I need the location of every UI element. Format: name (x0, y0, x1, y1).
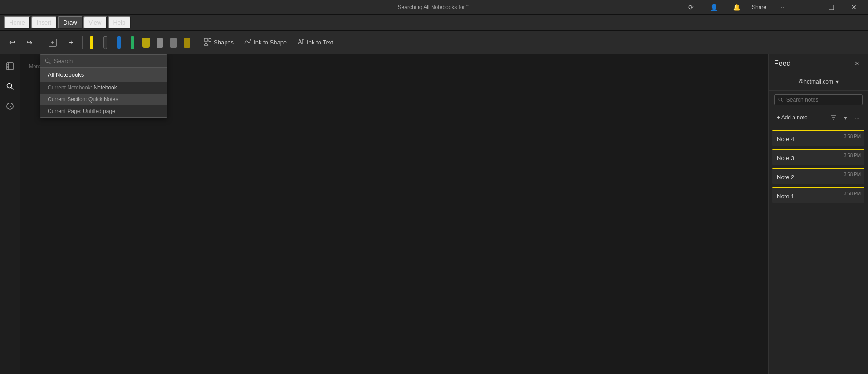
search-input-wrapper[interactable] (40, 55, 167, 68)
sidebar-search[interactable] (2, 78, 18, 94)
notebook-label: Current Notebook: (48, 84, 92, 91)
feed-search-box[interactable] (774, 94, 863, 105)
close-button[interactable]: ✕ (843, 0, 864, 15)
feed-panel: Feed ✕ @hotmail.com ▾ + Add a note (768, 54, 868, 374)
account-button[interactable]: 👤 (703, 0, 724, 15)
feed-account-button[interactable]: @hotmail.com ▾ (774, 77, 863, 87)
new-page-button[interactable] (43, 34, 62, 51)
shapes-button[interactable]: Shapes (199, 36, 238, 49)
feed-note-time: 3:58 PM (844, 153, 861, 158)
add-note-label: + Add a note (777, 114, 808, 121)
ink-to-shape-button[interactable]: Ink to Shape (239, 36, 291, 49)
svg-line-22 (781, 100, 783, 102)
redo-button[interactable]: ↪ (21, 34, 37, 51)
restore-button[interactable]: ❐ (821, 0, 842, 15)
feed-note-card[interactable]: 3:58 PMNote 2 (772, 168, 864, 184)
undo-button[interactable]: ↩ (4, 34, 20, 51)
sort-button[interactable]: ▾ (840, 112, 851, 123)
account-email: @hotmail.com (798, 79, 833, 85)
sidebar-recent[interactable] (2, 98, 18, 114)
chevron-down-icon: ▾ (836, 79, 839, 85)
title-bar: Searching All Notebooks for "" ⟳ 👤 🔔 Sha… (0, 0, 868, 15)
page-label: Current Page: Untitled page (48, 108, 115, 114)
feed-note-card[interactable]: 3:58 PMNote 1 (772, 187, 864, 203)
feed-filter-group: ▾ ··· (828, 112, 863, 123)
sidebar (0, 54, 20, 374)
feed-note-card[interactable]: 3:58 PMNote 3 (772, 149, 864, 165)
search-option-current-section[interactable]: Current Section: Quick Notes (40, 94, 167, 105)
window-title: Searching All Notebooks for "" (398, 4, 471, 10)
toolbar-sep-1 (40, 36, 40, 49)
feed-note-time: 3:58 PM (844, 191, 861, 196)
ink-to-text-icon (297, 38, 305, 47)
search-option-current-notebook[interactable]: Current Notebook: Notebook (40, 82, 167, 94)
share-button[interactable]: Share (749, 0, 770, 15)
feed-note-card[interactable]: 3:58 PMNote 4 (772, 130, 864, 146)
feed-actions: + Add a note ▾ ··· (769, 109, 868, 126)
search-option-all-notebooks[interactable]: All Notebooks (40, 68, 167, 82)
menu-insert[interactable]: Insert (31, 16, 57, 29)
feed-title: Feed (774, 59, 790, 68)
feed-search-input[interactable] (786, 97, 858, 103)
feed-header: Feed ✕ (769, 54, 868, 73)
svg-line-18 (10, 106, 11, 107)
feed-search-icon (778, 97, 784, 103)
feed-note-time: 3:58 PM (844, 172, 861, 177)
toolbar-sep-3 (196, 36, 196, 49)
feed-note-time: 3:58 PM (844, 134, 861, 139)
filter-button[interactable] (828, 112, 839, 123)
sidebar-notebooks[interactable] (2, 58, 18, 74)
search-option-current-page[interactable]: Current Page: Untitled page (40, 105, 167, 117)
ink-to-text-button[interactable]: Ink to Text (292, 36, 338, 49)
pen-ruler[interactable] (181, 34, 193, 51)
pen-yellow[interactable] (85, 34, 98, 51)
pen-lasso[interactable] (167, 34, 180, 51)
pen-black[interactable] (99, 34, 112, 51)
menu-view[interactable]: View (83, 16, 107, 29)
pen-blue[interactable] (113, 34, 125, 51)
section-label: Current Section: Quick Notes (48, 96, 118, 103)
feed-close-button[interactable]: ✕ (852, 58, 863, 69)
minimize-button[interactable]: — (798, 0, 819, 15)
main-area: All Notebooks Current Notebook: Notebook… (0, 54, 868, 374)
bell-button[interactable]: 🔔 (726, 0, 747, 15)
pen-eraser[interactable] (153, 34, 166, 51)
add-note-button[interactable]: + Add a note (774, 113, 810, 122)
more-options-button[interactable]: ··· (771, 0, 792, 15)
more-feed-button[interactable]: ··· (852, 112, 863, 123)
notebook-value: Notebook (93, 84, 117, 91)
pen-tools (85, 34, 193, 51)
ink-to-shape-label: Ink to Shape (254, 39, 287, 46)
search-dropdown: All Notebooks Current Notebook: Notebook… (40, 54, 167, 118)
window-controls: ⟳ 👤 🔔 Share ··· — ❐ ✕ (681, 0, 864, 15)
feed-notes-list: 3:58 PMNote 43:58 PMNote 33:58 PMNote 23… (769, 126, 868, 374)
search-input[interactable] (54, 58, 162, 64)
menu-home[interactable]: Home (4, 16, 30, 29)
toolbar: ↩ ↪ + (0, 31, 868, 54)
ink-to-shape-icon (244, 38, 252, 47)
shapes-icon (204, 38, 212, 47)
svg-line-15 (11, 88, 13, 90)
svg-marker-5 (204, 42, 208, 45)
toolbar-sep-2 (82, 36, 83, 49)
menu-help[interactable]: Help (108, 16, 131, 29)
svg-point-4 (208, 39, 211, 42)
ink-to-text-label: Ink to Text (307, 39, 333, 46)
feed-search-wrapper (769, 91, 868, 109)
feed-account-section: @hotmail.com ▾ (769, 73, 868, 91)
menu-bar: Home Insert Draw View Help (0, 15, 868, 31)
pen-highlight-yellow[interactable] (140, 34, 152, 51)
pen-green[interactable] (126, 34, 139, 51)
svg-line-20 (49, 62, 51, 64)
add-button[interactable]: + (63, 34, 79, 51)
svg-rect-3 (204, 38, 207, 41)
sync-button[interactable]: ⟳ (681, 0, 701, 15)
menu-draw[interactable]: Draw (58, 16, 82, 29)
shapes-label: Shapes (214, 39, 234, 46)
